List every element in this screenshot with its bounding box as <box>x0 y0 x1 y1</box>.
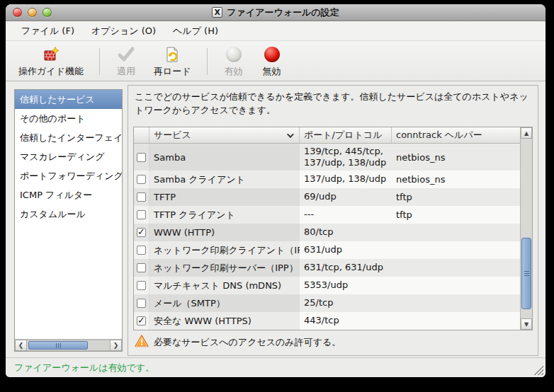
category-sidebar: 信頼したサービス その他のポート 信頼したインターフェイ マスカレーディング ポ… <box>14 89 123 352</box>
sidebar-item-icmp-filter[interactable]: ICMP フィルター <box>15 185 122 204</box>
service-ports: 137/udp, 138/udp <box>300 171 392 188</box>
wizard-brick-star-icon <box>43 45 60 63</box>
table-row[interactable]: Samba クライアント 137/udp, 138/udp netbios_ns <box>134 171 520 188</box>
table-row[interactable]: 安全な WWW (HTTPS) 443/tcp <box>134 312 520 330</box>
service-name: ネットワーク印刷クライアント（IPP） <box>149 241 300 259</box>
table-row[interactable]: ネットワーク印刷クライアント（IPP） 631/udp <box>134 241 520 259</box>
service-name: ネットワーク印刷サーバー（IPP） <box>149 259 300 277</box>
header-service-column[interactable]: サービス <box>149 127 300 143</box>
service-helper <box>392 294 520 312</box>
minimize-window-icon[interactable] <box>28 8 37 17</box>
enable-button[interactable]: 有効 <box>215 44 253 79</box>
warning-row: 必要なサービスへのアクセスのみ許可する。 <box>133 333 533 352</box>
table-row[interactable]: TFTP クライアント --- tftp <box>134 206 520 224</box>
service-checkbox[interactable] <box>137 316 146 325</box>
title-area: X ファイアーウォールの設定 <box>6 4 545 21</box>
title-bar[interactable]: X ファイアーウォールの設定 <box>6 4 545 21</box>
wizard-button[interactable]: 操作ガイド機能 <box>10 44 92 79</box>
service-checkbox[interactable] <box>137 192 146 202</box>
scroll-down-icon[interactable]: ▼ <box>521 318 532 330</box>
service-helper: netbios_ns <box>392 171 520 188</box>
enable-button-label: 有効 <box>225 65 243 78</box>
service-ports: 139/tcp, 445/tcp, 137/udp, 138/udp <box>300 144 392 171</box>
service-ports: 631/tcp, 631/udp <box>300 259 392 277</box>
table-row[interactable]: ネットワーク印刷サーバー（IPP） 631/tcp, 631/udp <box>134 259 520 277</box>
scrollbar-track[interactable] <box>521 139 532 318</box>
reload-button-label: 再ロード <box>154 65 191 78</box>
scroll-right-icon[interactable]: ❯ <box>110 340 122 351</box>
header-ports-column[interactable]: ポート/プロトコル <box>300 127 392 143</box>
service-helper <box>392 277 520 294</box>
table-row[interactable]: マルチキャスト DNS (mDNS) 5353/udp <box>134 277 520 294</box>
warning-text: 必要なサービスへのアクセスのみ許可する。 <box>154 336 341 349</box>
panel-description: ここでどのサービスが信頼できるかを定義できます。信頼したサービスは全てのホストや… <box>128 86 538 120</box>
table-vertical-scrollbar[interactable]: ▲ ▼ <box>520 127 532 330</box>
scrollbar-thumb[interactable] <box>28 341 88 350</box>
sidebar-item-other-ports[interactable]: その他のポート <box>15 109 122 128</box>
window-controls <box>13 8 52 17</box>
warning-triangle-icon <box>135 335 149 350</box>
sidebar-item-trusted-services[interactable]: 信頼したサービス <box>15 90 122 109</box>
service-ports: 69/udp <box>300 188 392 206</box>
apply-button-label: 適用 <box>117 65 135 78</box>
table-row[interactable]: TFTP 69/udp tftp <box>134 188 520 206</box>
menu-options[interactable]: オプション (O) <box>84 22 163 40</box>
sidebar-item-custom-rules[interactable]: カスタムルール <box>15 204 122 224</box>
apply-button[interactable]: 適用 <box>107 44 145 79</box>
menu-help[interactable]: ヘルプ (H) <box>166 22 225 40</box>
close-window-icon[interactable] <box>13 8 22 17</box>
header-checkbox-column[interactable] <box>134 127 149 143</box>
service-checkbox[interactable] <box>137 246 146 255</box>
service-name: WWW (HTTP) <box>149 224 300 241</box>
resize-grip[interactable] <box>534 366 543 375</box>
service-helper: netbios_ns <box>392 144 520 171</box>
service-helper <box>392 241 520 259</box>
zoom-window-icon[interactable] <box>43 8 52 17</box>
sidebar-horizontal-scrollbar[interactable]: ❮ ❯ <box>15 339 122 351</box>
service-checkbox[interactable] <box>137 153 146 162</box>
service-helper <box>392 312 520 330</box>
table-row[interactable]: メール（SMTP） 25/tcp <box>134 294 520 312</box>
service-name: Samba <box>149 144 300 171</box>
disable-button-label: 無効 <box>263 65 281 78</box>
header-helper-column[interactable]: conntrack ヘルパー <box>392 127 520 143</box>
service-name: マルチキャスト DNS (mDNS) <box>149 277 300 294</box>
scroll-up-icon[interactable]: ▲ <box>521 127 532 139</box>
service-helper: tftp <box>392 188 520 206</box>
reload-button[interactable]: 再ロード <box>145 44 200 79</box>
scroll-left-icon[interactable]: ❮ <box>15 340 27 351</box>
table-row[interactable]: WWW (HTTP) 80/tcp <box>134 224 520 241</box>
service-checkbox[interactable] <box>137 175 146 184</box>
service-name: Samba クライアント <box>149 171 300 188</box>
chevron-down-icon <box>287 131 294 138</box>
trusted-services-panel: ここでどのサービスが信頼できるかを定義できます。信頼したサービスは全てのホストや… <box>128 85 538 356</box>
sidebar-item-port-forwarding[interactable]: ポートフォワーディング <box>15 166 122 185</box>
menu-file[interactable]: ファイル (F) <box>14 22 81 40</box>
service-checkbox[interactable] <box>137 210 146 219</box>
toolbar: 操作ガイド機能 適用 再ロード <box>6 41 545 81</box>
service-name: 安全な WWW (HTTPS) <box>149 312 300 330</box>
service-name: メール（SMTP） <box>149 294 300 312</box>
service-checkbox[interactable] <box>137 228 146 237</box>
status-bar: ファイアーウォールは有効です。 <box>6 357 545 377</box>
service-checkbox[interactable] <box>137 263 146 272</box>
scrollbar-thumb[interactable] <box>521 238 531 310</box>
disable-red-sphere-icon <box>264 45 280 63</box>
service-ports: --- <box>300 206 392 224</box>
service-name: TFTP クライアント <box>149 206 300 224</box>
scrollbar-track[interactable] <box>27 340 110 351</box>
window-title: ファイアーウォールの設定 <box>227 6 339 19</box>
service-ports: 443/tcp <box>300 312 392 330</box>
sidebar-item-trusted-interfaces[interactable]: 信頼したインターフェイ <box>15 128 122 147</box>
service-helper <box>392 259 520 277</box>
table-header: サービス ポート/プロトコル conntrack ヘルパー <box>134 127 520 144</box>
service-ports: 5353/udp <box>300 277 392 294</box>
disable-button[interactable]: 無効 <box>253 44 291 79</box>
service-checkbox[interactable] <box>137 281 146 290</box>
services-table: サービス ポート/プロトコル conntrack ヘルパー Samba <box>133 127 533 330</box>
sidebar-item-masquerading[interactable]: マスカレーディング <box>15 147 122 166</box>
service-checkbox[interactable] <box>137 299 146 308</box>
table-row[interactable]: Samba 139/tcp, 445/tcp, 137/udp, 138/udp… <box>134 144 520 171</box>
service-name: TFTP <box>149 188 300 206</box>
menu-bar: ファイル (F) オプション (O) ヘルプ (H) <box>6 21 545 41</box>
